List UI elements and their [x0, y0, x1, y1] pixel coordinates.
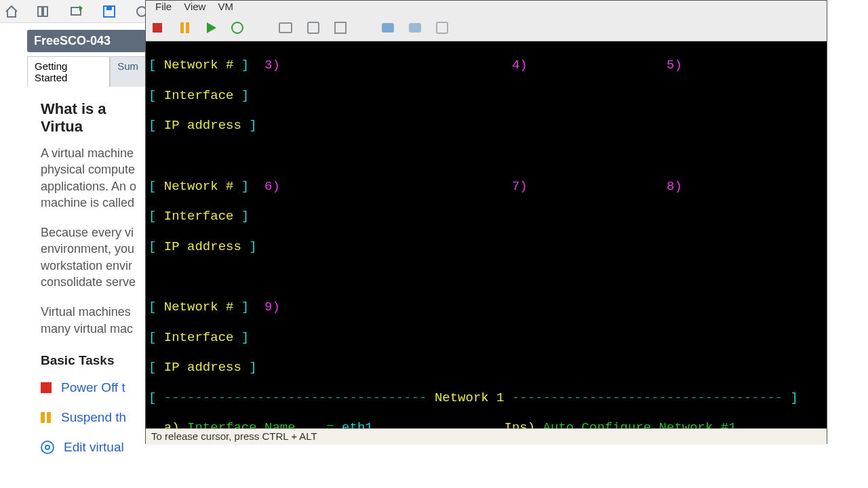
task-suspend-label: Suspend th: [61, 410, 126, 425]
content-heading: What is a Virtua: [41, 100, 146, 136]
task-edit-label: Edit virtual: [64, 440, 124, 455]
fullscreen-button[interactable]: [382, 23, 394, 33]
menu-file[interactable]: File: [155, 1, 172, 12]
tab-getting-started[interactable]: Getting Started: [27, 56, 110, 87]
unity-button[interactable]: [409, 23, 421, 33]
tab-summary[interactable]: Sum: [110, 56, 146, 87]
svg-rect-2: [71, 7, 81, 15]
devices-button[interactable]: [436, 22, 448, 34]
host-main-toolbar: [0, 0, 146, 23]
stop-icon: [41, 382, 52, 393]
vm-status-bar: To release cursor, press CTRL + ALT: [146, 428, 827, 445]
task-power-off[interactable]: Power Off t: [41, 380, 146, 395]
content-para-2: Because every vi environment, you workst…: [41, 224, 146, 290]
menu-view[interactable]: View: [184, 1, 205, 12]
menu-vm[interactable]: VM: [218, 1, 233, 12]
basic-tasks-heading: Basic Tasks: [41, 353, 146, 368]
svg-rect-1: [43, 7, 47, 16]
stop-button[interactable]: [153, 23, 162, 33]
net-label: Network #: [164, 58, 234, 73]
pause-button[interactable]: [177, 20, 192, 35]
revert-button[interactable]: [307, 22, 319, 34]
vm-console[interactable]: [ Network # ] 3) 4) 5) [ Interface ] [ I…: [146, 41, 827, 428]
task-suspend[interactable]: Suspend th: [41, 410, 146, 425]
library-icon[interactable]: [37, 4, 52, 19]
play-button[interactable]: [207, 22, 216, 33]
content-para-1: A virtual machine physical compute appli…: [41, 145, 146, 211]
vm-name-header: FreeSCO-043: [27, 30, 146, 52]
sidebar-tabs: Getting Started Sum: [27, 56, 146, 87]
content-para-3: Virtual machines many virtual mac: [41, 304, 146, 337]
svg-rect-4: [106, 6, 112, 10]
manage-snapshots-button[interactable]: [334, 22, 347, 34]
restart-button[interactable]: [231, 22, 243, 34]
task-power-off-label: Power Off t: [61, 380, 125, 395]
vm-toolbar: [146, 14, 827, 41]
gear-icon: [41, 441, 54, 454]
home-icon[interactable]: [4, 4, 19, 19]
save-icon[interactable]: [102, 4, 117, 19]
vm-menubar: File View VM: [146, 1, 827, 14]
sidebar: FreeSCO-043 Getting Started Sum What is …: [27, 30, 146, 470]
refresh-icon[interactable]: [69, 4, 84, 19]
svg-rect-0: [38, 7, 42, 16]
vm-window: File View VM [ Network # ] 3) 4) 5) [ In…: [145, 0, 827, 444]
pause-icon: [41, 412, 52, 423]
task-edit-settings[interactable]: Edit virtual: [41, 440, 146, 455]
snapshot-button[interactable]: [279, 22, 292, 33]
